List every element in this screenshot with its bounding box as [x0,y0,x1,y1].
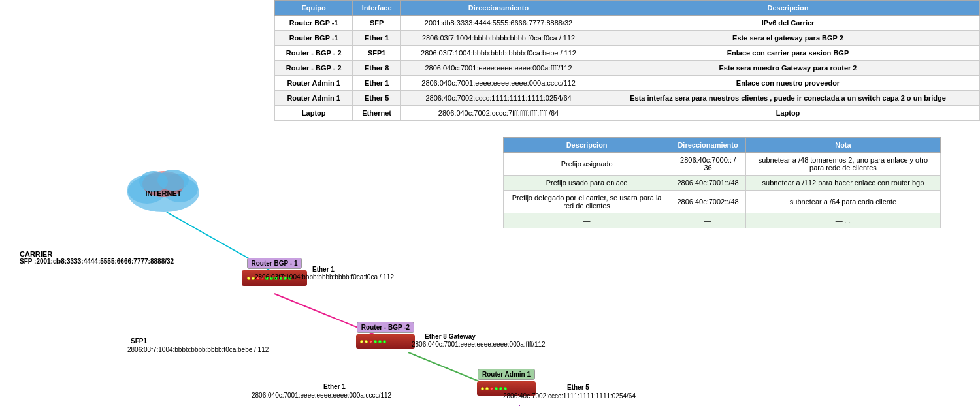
router-admin1-label: Router Admin 1 [478,369,535,380]
router-bgp2-label: Router - BGP -2 [357,322,414,333]
admin1-ether1-addr: 2806:040c:7001:eeee:eeee:eeee:000a:cccc/… [252,392,391,399]
main-cell-equipo: Router BGP -1 [275,16,353,31]
admin1-ether5-label: Ether 5 [567,384,589,391]
network-diagram: INTERNET CARRIER SFP :2001:db8:3333:4444… [0,91,980,405]
main-cell-equipo: Router - BGP - 2 [275,61,353,76]
internet-label: INTERNET [146,189,182,197]
router-admin1: Router Admin 1 [477,369,536,396]
router-bgp1-label: Router BGP - 1 [247,258,302,269]
main-cell-direccionamiento: 2806:03f7:1004:bbbb:bbbb:bbbb:f0ca:f0ca … [401,31,596,46]
main-cell-direccionamiento: 2806:040c:7001:eeee:eeee:eeee:000a:ffff/… [401,61,596,76]
main-cell-descripcion: Enlace con nuestro proveedor [596,76,980,91]
router-bgp2: Router - BGP -2 [356,322,415,349]
bgp2-ether8-label: Ether 8 Gateway [425,333,476,340]
internet-cloud: INTERNET [121,157,206,217]
bgp1-ether1-label: Ether 1 [312,266,335,273]
bgp2-sfp1-addr: 2806:03f7:1004:bbbb:bbbb:bbbb:f0ca:bebe … [127,346,269,353]
main-cell-interface: Ether 1 [353,31,401,46]
router-bgp1: Router BGP - 1 [242,258,307,286]
main-cell-direccionamiento: 2806:03f7:1004:bbbb:bbbb:bbbb:f0ca:bebe … [401,46,596,61]
main-cell-descripcion: Este sera el gateway para BGP 2 [596,31,980,46]
main-cell-direccionamiento: 2806:040c:7001:eeee:eeee:eeee:000a:cccc/… [401,76,596,91]
col-direccionamiento: Direccionamiento [401,1,596,16]
col-descripcion: Descripcion [596,1,980,16]
diagram-lines [0,91,980,406]
bgp2-ether8-addr: 2806:040c:7001:eeee:eeee:eeee:000a:ffff/… [412,341,546,348]
main-cell-equipo: Router BGP -1 [275,31,353,46]
col-equipo: Equipo [275,1,353,16]
main-cell-descripcion: IPv6 del Carrier [596,16,980,31]
admin1-ether5-addr: 2806:40c:7002:cccc:1111:1111:1111:0254/6… [503,392,636,399]
main-cell-equipo: Router - BGP - 2 [275,46,353,61]
main-cell-equipo: Router Admin 1 [275,76,353,91]
carrier-label: CARRIER [20,250,174,258]
carrier-addr: SFP :2001:db8:3333:4444:5555:6666:7777:8… [20,258,174,265]
svg-point-10 [157,170,189,191]
admin1-ether1-label: Ether 1 [323,383,346,390]
main-cell-interface: SFP1 [353,46,401,61]
main-cell-interface: Ether 8 [353,61,401,76]
main-cell-descripcion: Este sera nuestro Gateway para router 2 [596,61,980,76]
main-cell-direccionamiento: 2001:db8:3333:4444:5555:6666:7777:8888/3… [401,16,596,31]
cloud-icon: INTERNET [121,157,206,215]
main-cell-interface: Ether 1 [353,76,401,91]
main-cell-interface: SFP [353,16,401,31]
carrier-info: CARRIER SFP :2001:db8:3333:4444:5555:666… [20,250,174,265]
main-cell-descripcion: Enlace con carrier para sesion BGP [596,46,980,61]
bgp1-ether1-addr: 2806:03f7:1004:bbbb:bbbb:bbbb:f0ca:f0ca … [255,273,394,281]
col-interface: Interface [353,1,401,16]
bgp2-sfp1-label: SFP1 [131,337,147,345]
